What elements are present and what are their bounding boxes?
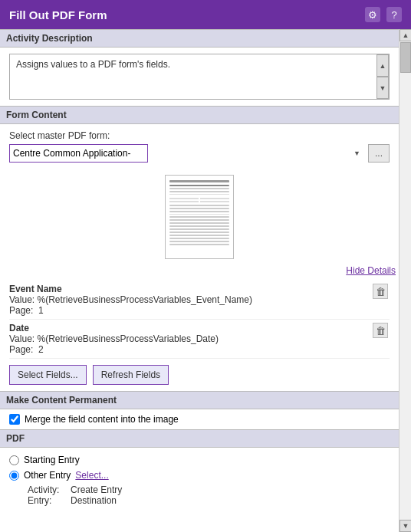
pdf-line-4 (169, 191, 229, 192)
dialog-title: Fill Out PDF Form (9, 8, 107, 21)
activity-detail: Activity: Create Entry Entry: Destinatio… (0, 483, 399, 507)
field-entry-event-name: Event Name Value: %(RetrieveBusinessProc… (9, 281, 390, 320)
pdf-line-14 (169, 235, 229, 236)
pdf-dropdown-row: Centre Common Application- ... (9, 144, 390, 163)
pdf-line-5 (169, 205, 229, 206)
settings-icon[interactable]: ⚙ (365, 7, 380, 22)
action-buttons: Select Fields... Refresh Fields (0, 359, 399, 391)
date-value: Value: %(RetrieveBusinessProcessVariable… (9, 333, 371, 344)
main-scroll-area: Activity Description Assigns values to a… (0, 29, 399, 532)
merge-checkbox-label: Merge the field content into the image (25, 414, 179, 425)
master-pdf-label: Select master PDF form: (9, 130, 390, 141)
activity-label: Activity: (28, 484, 66, 495)
make-permanent-section: Merge the field content into the image (0, 409, 399, 429)
field-entries-container: Event Name Value: %(RetrieveBusinessProc… (0, 281, 399, 359)
hide-details-link[interactable]: Hide Details (346, 265, 396, 276)
pdf-line-15 (169, 238, 229, 239)
other-entry-radio[interactable] (9, 471, 19, 481)
form-content-section: Select master PDF form: Centre Common Ap… (0, 124, 399, 391)
pdf-line-16 (169, 241, 229, 242)
pdf-thumbnail (165, 175, 234, 259)
date-page: Page: 2 (9, 344, 371, 355)
make-permanent-header: Make Content Permanent (0, 391, 399, 409)
entry-row: Entry: Destination (28, 495, 390, 506)
event-name-value: Value: %(RetrieveBusinessProcessVariable… (9, 294, 371, 305)
grid-cell-3 (169, 201, 199, 202)
pdf-grid (169, 198, 229, 202)
event-name-label: Event Name (9, 284, 371, 294)
pdf-line-6 (169, 208, 229, 209)
pdf-preview (0, 175, 399, 259)
pdf-line-7 (169, 211, 229, 212)
title-bar-icons: ⚙ ? (365, 7, 402, 22)
merge-checkbox-row: Merge the field content into the image (0, 409, 399, 429)
hide-details-row: Hide Details (0, 265, 399, 276)
starting-entry-radio[interactable] (9, 455, 19, 465)
grid-cell-1 (169, 198, 199, 199)
description-scrollbar: ▲ ▼ (376, 54, 389, 99)
pdf-line-2 (169, 185, 229, 186)
pdf-line-11 (169, 225, 229, 227)
event-name-page: Page: 1 (9, 305, 371, 316)
description-box: Assigns values to a PDF form's fields. ▲… (9, 54, 390, 100)
pdf-line-13 (169, 232, 229, 233)
merge-checkbox[interactable] (9, 414, 20, 425)
description-text: Assigns values to a PDF form's fields. (16, 59, 170, 70)
grid-cell-4 (200, 201, 229, 202)
pdf-line-17 (169, 244, 229, 245)
entry-value: Destination (71, 495, 117, 506)
pdf-line-8 (169, 216, 229, 218)
activity-description-content: Assigns values to a PDF form's fields. ▲… (0, 48, 399, 106)
other-entry-label: Other Entry (24, 470, 71, 481)
field-entry-date: Date Value: %(RetrieveBusinessProcessVar… (9, 320, 390, 359)
activity-value: Create Entry (71, 484, 122, 495)
form-content-header: Form Content (0, 106, 399, 124)
pdf-line-10 (169, 222, 229, 224)
grid-cell-2 (200, 198, 229, 199)
scroll-down-arrow[interactable]: ▼ (399, 520, 411, 532)
scrollbar-thumb[interactable] (400, 42, 411, 73)
activity-row: Activity: Create Entry (28, 484, 390, 495)
date-label: Date (9, 323, 371, 333)
pdf-line-1 (169, 180, 229, 182)
activity-description-header: Activity Description (0, 29, 399, 48)
scroll-down-btn[interactable]: ▼ (376, 77, 389, 99)
refresh-fields-button[interactable]: Refresh Fields (93, 365, 169, 385)
entry-label: Entry: (28, 495, 66, 506)
scroll-up-arrow[interactable]: ▲ (399, 29, 411, 41)
browse-button[interactable]: ... (368, 144, 390, 163)
pdf-header: PDF (0, 429, 399, 448)
scrollbar-track: ▲ ▼ (399, 29, 411, 532)
help-icon[interactable]: ? (386, 7, 402, 22)
title-bar: Fill Out PDF Form ⚙ ? (0, 0, 411, 29)
select-fields-button[interactable]: Select Fields... (9, 365, 87, 385)
select-link[interactable]: Select... (75, 470, 108, 481)
starting-entry-label: Starting Entry (24, 455, 80, 465)
pdf-select[interactable]: Centre Common Application- (9, 144, 148, 163)
starting-entry-row: Starting Entry (0, 452, 399, 468)
pdf-line-3 (169, 188, 229, 189)
delete-date-button[interactable]: 🗑 (373, 323, 388, 338)
pdf-line-12 (169, 228, 229, 230)
pdf-line-9 (169, 219, 229, 221)
other-entry-row: Other Entry Select... (0, 468, 399, 483)
delete-event-name-button[interactable]: 🗑 (373, 284, 388, 299)
pdf-thumb-content (166, 176, 233, 251)
pdf-section: Starting Entry Other Entry Select... Act… (0, 448, 399, 511)
pdf-dropdown-wrapper: Centre Common Application- (9, 144, 365, 163)
scroll-up-btn[interactable]: ▲ (376, 54, 389, 77)
